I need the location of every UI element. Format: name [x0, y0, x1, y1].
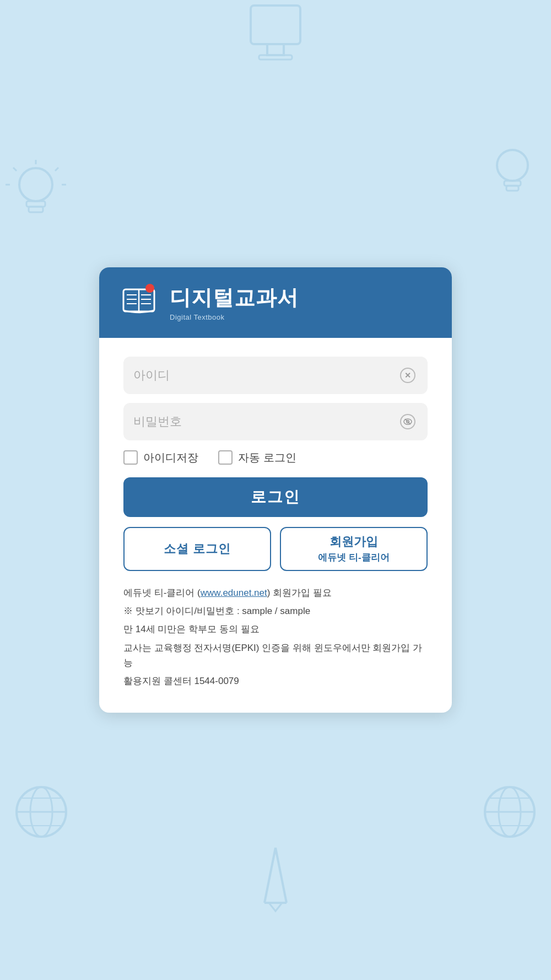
- info-line-5: 활용지원 콜센터 1544-0079: [123, 674, 428, 688]
- svg-line-25: [276, 848, 287, 903]
- pw-input-wrapper: [123, 403, 428, 440]
- info-line-1: 에듀넷 티-클리어 (www.edunet.net) 회원가입 필요: [123, 585, 428, 600]
- register-button[interactable]: 회원가입 에듀넷 티-클리어: [280, 527, 428, 571]
- social-login-button[interactable]: 소셜 로그인: [123, 527, 271, 571]
- eye-icon: [400, 414, 415, 429]
- card-body: ✕: [99, 338, 452, 713]
- svg-rect-5: [29, 207, 43, 212]
- save-id-checkbox-item[interactable]: 아이디저장: [123, 450, 198, 465]
- svg-point-3: [19, 168, 52, 201]
- edunet-link[interactable]: www.edunet.net: [201, 588, 267, 598]
- info-line-2: ※ 맛보기 아이디/비밀번호 : sample / sample: [123, 604, 428, 618]
- clear-icon: ✕: [400, 368, 415, 383]
- bg-monitor-icon: [242, 0, 309, 88]
- id-input-group: ✕: [123, 357, 428, 394]
- info-line-3: 만 14세 미만은 학부모 동의 필요: [123, 622, 428, 637]
- pw-input-group: [123, 403, 428, 440]
- bg-globe-right-icon: [479, 782, 540, 842]
- bg-globe-left-icon: [11, 782, 72, 842]
- auto-login-checkbox[interactable]: [218, 450, 233, 465]
- checkbox-row: 아이디저장 자동 로그인: [123, 450, 428, 465]
- svg-rect-1: [267, 44, 284, 55]
- secondary-btn-row: 소셜 로그인 회원가입 에듀넷 티-클리어: [123, 527, 428, 571]
- svg-line-8: [55, 168, 58, 171]
- auto-login-checkbox-item[interactable]: 자동 로그인: [218, 450, 296, 465]
- svg-rect-0: [251, 6, 300, 44]
- svg-rect-13: [506, 186, 518, 191]
- id-clear-button[interactable]: ✕: [398, 365, 418, 385]
- logo-icon: [119, 283, 159, 322]
- header-subtitle: Digital Textbook: [170, 313, 299, 321]
- svg-line-24: [264, 848, 276, 903]
- bg-bulb-right-icon: [485, 143, 540, 209]
- auto-login-label: 자동 로그인: [238, 450, 296, 465]
- id-input[interactable]: [133, 368, 398, 383]
- save-id-checkbox[interactable]: [123, 450, 138, 465]
- bg-pencil-icon: [248, 842, 303, 914]
- id-input-wrapper: ✕: [123, 357, 428, 394]
- login-card: 디지털교과서 Digital Textbook ✕: [99, 267, 452, 713]
- bg-bulb-left-icon: [6, 160, 66, 231]
- svg-point-11: [497, 150, 528, 181]
- register-line2: 에듀넷 티-클리어: [318, 551, 389, 564]
- card-header: 디지털교과서 Digital Textbook: [99, 267, 452, 338]
- svg-line-7: [13, 168, 17, 171]
- info-section: 에듀넷 티-클리어 (www.edunet.net) 회원가입 필요 ※ 맛보기…: [123, 585, 428, 688]
- header-text: 디지털교과서 Digital Textbook: [170, 284, 299, 321]
- pw-toggle-button[interactable]: [398, 412, 418, 432]
- svg-line-38: [405, 419, 410, 424]
- login-button[interactable]: 로그인: [123, 477, 428, 517]
- info-line-4: 교사는 교육행정 전자서명(EPKI) 인증을 위해 윈도우에서만 회원가입 가…: [123, 640, 428, 670]
- svg-rect-2: [259, 55, 292, 60]
- svg-marker-27: [269, 903, 282, 911]
- save-id-label: 아이디저장: [143, 450, 198, 465]
- header-title: 디지털교과서: [170, 284, 299, 312]
- logo-dot: [145, 284, 154, 293]
- register-line1: 회원가입: [329, 534, 378, 550]
- pw-input[interactable]: [133, 414, 398, 429]
